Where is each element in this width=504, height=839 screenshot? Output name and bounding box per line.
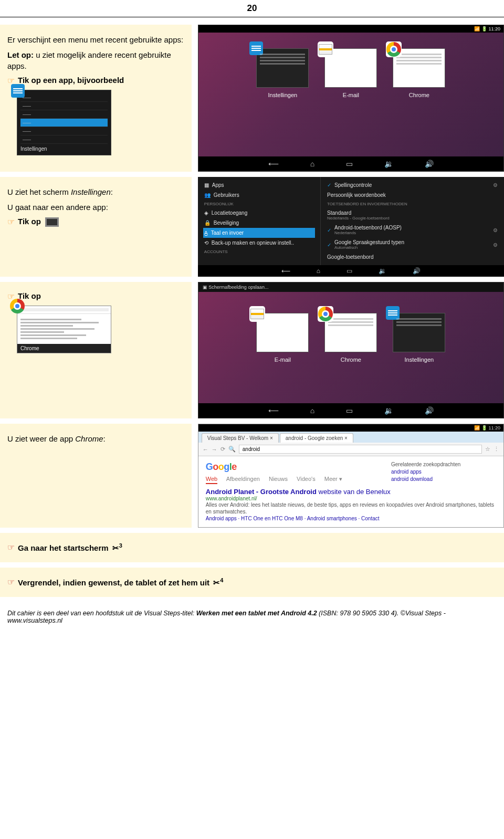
item-standard[interactable]: Standaard	[327, 210, 390, 216]
nav-backup[interactable]: Back-up maken en opnieuw instell..	[212, 240, 294, 246]
recent-email[interactable]: E-mail	[324, 48, 377, 98]
home-icon[interactable]: ⌂	[317, 267, 320, 275]
s1-instruction: Tik op een app, bijvoorbeeld	[18, 76, 124, 85]
volume-up-icon[interactable]: 🔊	[413, 267, 421, 275]
gtab-more[interactable]: Meer ▾	[324, 476, 342, 482]
apps-icon: ▦	[204, 182, 209, 188]
recents-icon[interactable]: ▭	[346, 160, 353, 168]
item-spell[interactable]: Spellingcontrole	[334, 182, 372, 188]
mail-icon	[249, 306, 265, 322]
check-icon[interactable]: ✓	[327, 227, 331, 233]
chrome-thumb-label: Chrome	[17, 344, 111, 353]
related-searches: Gerelateerde zoekopdrachten android apps…	[391, 462, 496, 484]
users-icon: 👥	[204, 192, 211, 198]
nav-users[interactable]: Gebruikers	[214, 192, 239, 198]
forward-button[interactable]: →	[212, 446, 217, 453]
s2-p2: U gaat naar een andere app:	[7, 202, 184, 213]
recents-icon[interactable]: ▭	[346, 406, 353, 415]
related-link-1[interactable]: android apps	[391, 469, 496, 475]
gtab-web[interactable]: Web	[206, 476, 217, 484]
home-icon[interactable]: ⌂	[310, 406, 314, 415]
settings-thumb-label: Instellingen	[20, 146, 108, 152]
lock-icon: 🔒	[204, 220, 211, 226]
nav-apps[interactable]: Apps	[212, 182, 224, 188]
related-link-2[interactable]: android download	[391, 476, 496, 482]
save-icon: ▣	[203, 285, 207, 290]
hand-icon-red: ☞	[7, 577, 15, 587]
settings-app-thumb[interactable]: —— —— —— —— —— —— Instellingen	[17, 90, 111, 155]
recents-icon[interactable]: ▭	[346, 267, 352, 275]
browser-tab-2[interactable]: android - Google zoeken ×	[280, 433, 353, 443]
nav-language[interactable]: Taal en invoer	[211, 230, 244, 236]
s6-instruction: Vergrendel, indien gewenst, de tablet of…	[18, 577, 223, 588]
battery-icon: 🔋	[481, 425, 487, 431]
back-icon[interactable]: ⟵	[281, 267, 290, 275]
item-gkeyboard[interactable]: Google-toetsenbord	[327, 254, 373, 260]
nav-security[interactable]: Beveiliging	[214, 220, 239, 226]
wifi-icon: 📶	[474, 425, 480, 431]
nav-location[interactable]: Locatietoegang	[212, 210, 247, 216]
recent-email[interactable]: E-mail	[256, 313, 309, 363]
volume-down-icon[interactable]: 🔉	[384, 160, 393, 168]
section3-text: ☞ Tik op Chrome	[0, 282, 192, 418]
gtab-images[interactable]: Afbeeldingen	[226, 476, 260, 482]
search-result-sublinks[interactable]: Android apps · HTC One en HTC One M8 · A…	[206, 515, 496, 522]
check-icon[interactable]: ✓	[327, 182, 331, 188]
volume-down-icon[interactable]: 🔉	[379, 267, 386, 275]
url-input[interactable]	[239, 445, 482, 454]
hand-icon-red: ☞	[7, 542, 15, 552]
s2-p1a: U ziet het scherm	[7, 187, 71, 196]
item-voice[interactable]: Google Spraakgestuurd typen	[334, 239, 404, 245]
volume-up-icon[interactable]: 🔊	[425, 160, 434, 168]
chrome-icon	[318, 306, 333, 322]
letop-label: Let op:	[7, 50, 34, 59]
battery-icon: 🔋	[481, 26, 487, 32]
browser-tab-1[interactable]: Visual Steps BV - Welkom ×	[202, 433, 279, 443]
s2-instruction: Tik op	[18, 217, 59, 227]
item-dict[interactable]: Persoonlijk woordenboek	[327, 192, 386, 198]
tune-icon[interactable]: ⚙	[493, 227, 498, 233]
tune-icon[interactable]: ⚙	[493, 182, 498, 188]
status-time: 11:20	[488, 26, 500, 32]
volume-down-icon[interactable]: 🔉	[384, 406, 393, 415]
section2-text: U ziet het scherm Instellingen: U gaat n…	[0, 177, 192, 277]
menu-icon[interactable]: ⋮	[494, 446, 499, 453]
s4-p1a: U ziet weer de app	[7, 434, 75, 443]
search-result-url: www.androidplanet.nl/	[206, 496, 496, 501]
location-icon: ◈	[204, 210, 208, 216]
settings-icon	[11, 84, 25, 98]
tablet-recents-screenshot-2: ▣ Schermafbeelding opslaan... E-mail Chr…	[198, 282, 504, 418]
s5-instruction: Ga naar het startscherm ✂3	[18, 542, 122, 553]
reload-button[interactable]: ⟳	[220, 446, 225, 453]
recent-instellingen[interactable]: Instellingen	[393, 313, 445, 363]
section5: ☞ Ga naar het startscherm ✂3	[0, 533, 504, 562]
backup-icon: ⟲	[204, 240, 208, 246]
language-icon: A̲	[204, 230, 208, 236]
section4-text: U ziet weer de app Chrome:	[0, 424, 192, 528]
search-result-title[interactable]: Android Planet - Grootste Android websit…	[206, 488, 496, 496]
check-icon[interactable]: ✓	[327, 242, 331, 248]
screenshot-notification: Schermafbeelding opslaan...	[208, 285, 268, 290]
tune-icon[interactable]: ⚙	[493, 242, 498, 248]
back-icon[interactable]: ⟵	[268, 406, 279, 415]
heading-accounts: ACCOUNTS	[203, 248, 315, 256]
gtab-videos[interactable]: Video's	[297, 476, 316, 482]
chrome-app-thumb[interactable]: Chrome	[17, 306, 111, 353]
home-icon[interactable]: ⌂	[310, 160, 314, 168]
recent-instellingen[interactable]: Instellingen	[256, 48, 309, 98]
item-aosp[interactable]: Android-toetsenbord (AOSP)	[334, 225, 402, 230]
star-icon[interactable]: ☆	[485, 446, 490, 453]
recent-chrome[interactable]: Chrome	[393, 48, 445, 98]
recent-chrome[interactable]: Chrome	[324, 313, 377, 363]
wifi-icon: 📶	[474, 26, 480, 32]
back-button[interactable]: ←	[203, 446, 208, 453]
gtab-news[interactable]: Nieuws	[269, 476, 288, 482]
back-icon[interactable]: ⟵	[268, 160, 279, 168]
scissors-icon: ✂4	[213, 577, 223, 588]
search-icon: 🔍	[228, 446, 236, 453]
volume-up-icon[interactable]: 🔊	[425, 406, 434, 415]
recents-button-icon[interactable]	[45, 217, 59, 227]
mail-icon	[318, 41, 333, 57]
s4-p1b: Chrome	[75, 434, 103, 443]
s1-p1: Er verschijnt een menu met recent gebrui…	[7, 34, 184, 45]
